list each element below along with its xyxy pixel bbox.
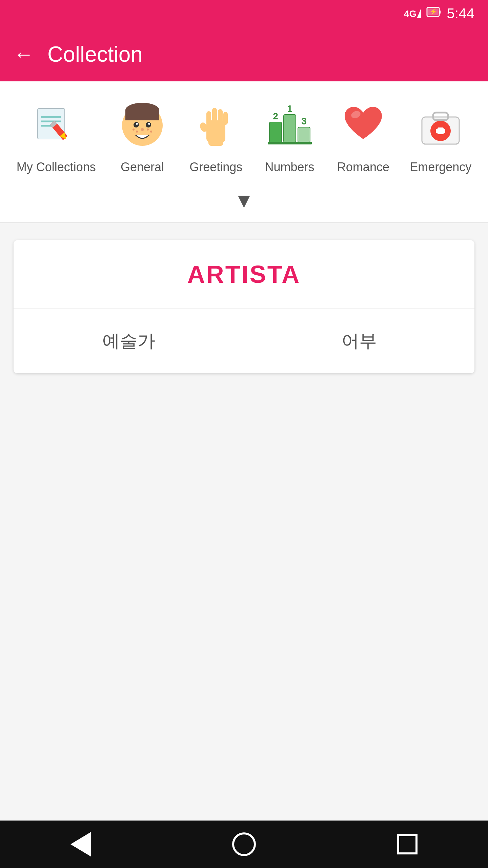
svg-rect-29 bbox=[218, 109, 223, 124]
romance-icon bbox=[340, 102, 387, 149]
greetings-label: Greetings bbox=[189, 159, 242, 175]
category-item-romance[interactable]: Romance bbox=[333, 95, 394, 179]
romance-icon-wrapper bbox=[336, 98, 390, 153]
main-content: ARTISTA 예술가 어부 bbox=[0, 223, 488, 390]
numbers-label: Numbers bbox=[265, 159, 314, 175]
status-bar: 4G ⚡ 5:44 bbox=[0, 0, 488, 27]
flashcard-choices: 예술가 어부 bbox=[14, 309, 474, 373]
romance-label: Romance bbox=[337, 159, 389, 175]
category-item-numbers[interactable]: 2 1 3 Numbers bbox=[259, 95, 320, 179]
svg-rect-4 bbox=[439, 11, 441, 14]
svg-point-17 bbox=[134, 122, 139, 127]
svg-rect-39 bbox=[268, 142, 312, 144]
my-collections-icon bbox=[33, 102, 80, 149]
battery-icon: ⚡ bbox=[426, 5, 441, 23]
svg-point-25 bbox=[141, 128, 144, 131]
category-item-my-collections[interactable]: My Collections bbox=[13, 95, 99, 179]
svg-rect-33 bbox=[269, 122, 282, 142]
svg-point-23 bbox=[147, 129, 149, 131]
numbers-icon-wrapper: 2 1 3 bbox=[263, 98, 317, 153]
signal-icon: 4G bbox=[404, 5, 421, 22]
flashcard-choice-1[interactable]: 예술가 bbox=[14, 309, 244, 373]
svg-rect-16 bbox=[125, 110, 159, 120]
svg-point-22 bbox=[136, 131, 138, 133]
svg-text:3: 3 bbox=[301, 116, 307, 126]
svg-rect-30 bbox=[223, 112, 228, 125]
flashcard-word-area: ARTISTA bbox=[14, 240, 474, 309]
greetings-icon-wrapper bbox=[189, 98, 243, 153]
svg-rect-32 bbox=[208, 139, 223, 146]
general-icon-wrapper bbox=[115, 98, 169, 153]
emergency-icon bbox=[417, 102, 464, 149]
greetings-icon bbox=[192, 102, 240, 149]
nav-recents-button[interactable] bbox=[397, 834, 418, 854]
svg-point-18 bbox=[146, 122, 151, 127]
svg-point-20 bbox=[148, 123, 150, 125]
general-label: General bbox=[121, 159, 164, 175]
svg-text:1: 1 bbox=[287, 103, 292, 114]
svg-text:⚡: ⚡ bbox=[430, 8, 438, 15]
svg-point-21 bbox=[133, 129, 135, 131]
svg-rect-28 bbox=[212, 108, 217, 124]
emergency-label: Emergency bbox=[410, 159, 471, 175]
category-row: My Collections bbox=[0, 81, 488, 185]
flashcard-choice-2[interactable]: 어부 bbox=[244, 309, 475, 373]
my-collections-label: My Collections bbox=[17, 159, 96, 175]
svg-rect-45 bbox=[436, 129, 445, 133]
svg-point-24 bbox=[150, 131, 152, 133]
emergency-icon-wrapper bbox=[413, 98, 468, 153]
category-item-emergency[interactable]: Emergency bbox=[406, 95, 475, 179]
svg-rect-37 bbox=[298, 127, 310, 142]
nav-bar bbox=[0, 821, 488, 868]
svg-text:4G: 4G bbox=[404, 8, 416, 19]
numbers-icon: 2 1 3 bbox=[266, 102, 313, 149]
svg-rect-35 bbox=[284, 115, 296, 142]
nav-back-button[interactable] bbox=[70, 832, 91, 856]
app-title: Collection bbox=[47, 42, 143, 67]
svg-point-19 bbox=[136, 123, 138, 125]
general-icon bbox=[119, 102, 166, 149]
app-bar: ← Collection bbox=[0, 27, 488, 81]
chevron-down-icon[interactable]: ▼ bbox=[234, 189, 254, 212]
back-button[interactable]: ← bbox=[14, 44, 34, 64]
category-item-general[interactable]: General bbox=[112, 95, 173, 179]
svg-marker-1 bbox=[417, 9, 421, 18]
nav-recents-icon bbox=[397, 834, 418, 854]
nav-back-icon bbox=[70, 832, 91, 856]
flashcard-word-text: ARTISTA bbox=[187, 261, 301, 288]
nav-home-icon bbox=[232, 832, 256, 856]
status-icons: 4G ⚡ 5:44 bbox=[404, 5, 474, 23]
flashcard: ARTISTA 예술가 어부 bbox=[14, 240, 474, 373]
chevron-row: ▼ bbox=[0, 185, 488, 223]
svg-rect-27 bbox=[206, 111, 211, 125]
nav-home-button[interactable] bbox=[232, 832, 256, 856]
category-item-greetings[interactable]: Greetings bbox=[185, 95, 246, 179]
svg-text:2: 2 bbox=[273, 111, 278, 121]
my-collections-icon-wrapper bbox=[29, 98, 83, 153]
status-time: 5:44 bbox=[447, 5, 474, 22]
